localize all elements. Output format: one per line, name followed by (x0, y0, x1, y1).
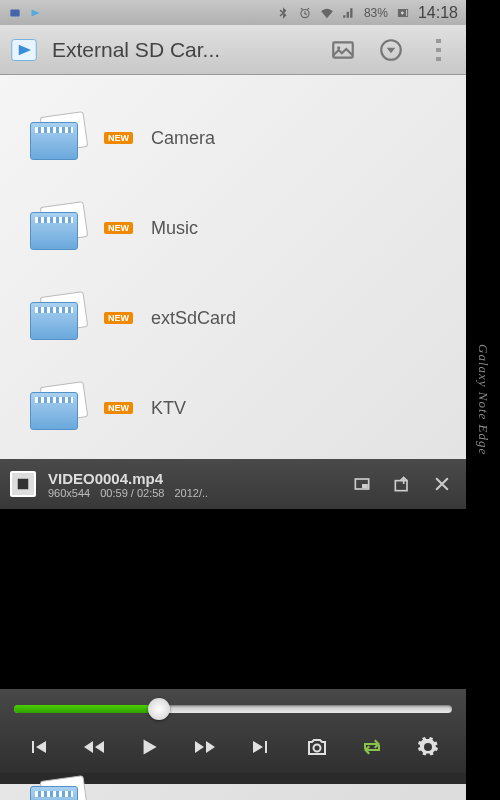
content-area: NEW Camera NEW Music NEW extSdCard NEW K… (0, 75, 466, 800)
alarm-icon (298, 6, 312, 20)
edge-label: Galaxy Note Edge (475, 344, 491, 455)
video-date: 2012/.. (174, 487, 208, 499)
seek-bar[interactable] (14, 699, 452, 719)
wifi-icon (320, 6, 334, 20)
overflow-menu-button[interactable] (422, 33, 456, 67)
snapshot-button[interactable] (297, 729, 337, 765)
dropdown-button[interactable] (374, 33, 408, 67)
svg-rect-14 (18, 479, 29, 490)
media-folder-icon (30, 204, 86, 252)
media-folder-icon (30, 114, 86, 162)
seek-fill (14, 705, 159, 713)
svg-rect-13 (436, 57, 441, 61)
folder-item-extsdcard[interactable]: NEW extSdCard (0, 273, 466, 363)
folder-item-camera[interactable]: NEW Camera (0, 93, 466, 183)
new-badge: NEW (104, 312, 133, 324)
status-bar: 83% 14:18 (0, 0, 466, 25)
new-badge: NEW (104, 222, 133, 234)
video-file-icon (10, 471, 36, 497)
battery-text: 83% (364, 6, 388, 20)
media-folder-icon (30, 384, 86, 432)
video-surface[interactable] (0, 509, 466, 689)
folder-item-music[interactable]: NEW Music (0, 183, 466, 273)
svg-marker-10 (387, 47, 396, 52)
media-folder-icon (30, 294, 86, 342)
new-badge: NEW (104, 402, 133, 414)
svg-rect-0 (10, 9, 19, 16)
title-bar: External SD Car... (0, 25, 466, 75)
video-resolution: 960x544 (48, 487, 90, 499)
folder-list[interactable]: NEW Camera NEW Music NEW extSdCard NEW K… (0, 75, 466, 471)
folder-name: extSdCard (151, 308, 236, 329)
settings-button[interactable] (408, 729, 448, 765)
bluetooth-icon (276, 6, 290, 20)
new-badge: NEW (104, 132, 133, 144)
svg-rect-17 (395, 481, 407, 491)
repeat-button[interactable] (352, 729, 392, 765)
close-button[interactable] (428, 470, 456, 498)
video-player-panel: VIDEO0004.mp4 960x544 00:59 / 02:58 2012… (0, 459, 466, 784)
video-controls (0, 689, 466, 773)
folder-name: KTV (151, 398, 186, 419)
seek-thumb[interactable] (148, 698, 170, 720)
share-button[interactable] (388, 470, 416, 498)
gallery-button[interactable] (326, 33, 360, 67)
signal-icon (342, 6, 356, 20)
clock-text: 14:18 (418, 4, 458, 22)
video-duration: 02:58 (137, 487, 165, 499)
edge-strip: Galaxy Note Edge (466, 0, 500, 800)
folder-name: Music (151, 218, 198, 239)
app-icon (10, 36, 38, 64)
popout-window-button[interactable] (348, 470, 376, 498)
svg-rect-11 (436, 39, 441, 43)
battery-charging-icon (396, 6, 410, 20)
previous-button[interactable] (18, 729, 58, 765)
svg-marker-1 (32, 9, 40, 16)
video-player-header: VIDEO0004.mp4 960x544 00:59 / 02:58 2012… (0, 459, 466, 509)
rewind-button[interactable] (74, 729, 114, 765)
svg-rect-12 (436, 48, 441, 52)
folder-name: Camera (151, 128, 215, 149)
folder-item-ktv[interactable]: NEW KTV (0, 363, 466, 453)
svg-point-18 (313, 745, 320, 752)
svg-rect-7 (333, 42, 353, 57)
video-filename: VIDEO0004.mp4 (48, 470, 336, 487)
page-title: External SD Car... (52, 38, 312, 62)
next-button[interactable] (241, 729, 281, 765)
play-button[interactable] (129, 729, 169, 765)
media-folder-icon (30, 778, 86, 800)
video-elapsed: 00:59 (100, 487, 128, 499)
svg-rect-16 (362, 484, 368, 488)
folder-item-partial[interactable] (30, 778, 86, 800)
notification-icon-1 (8, 6, 22, 20)
fast-forward-button[interactable] (185, 729, 225, 765)
notification-icon-2 (28, 6, 42, 20)
